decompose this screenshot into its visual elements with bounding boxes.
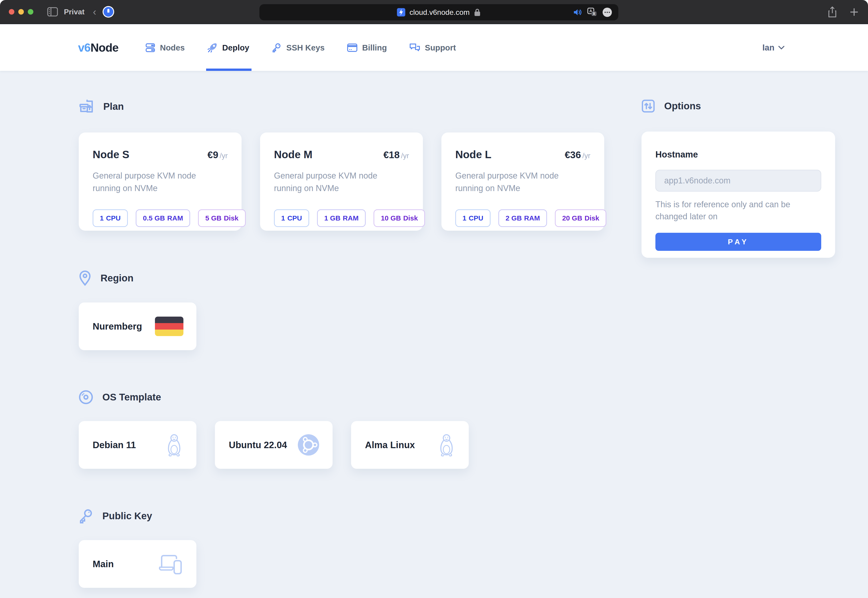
public-key-tiles: Main bbox=[79, 540, 604, 588]
chevron-down-icon bbox=[778, 46, 784, 50]
plan-price-group: €9/yr bbox=[208, 150, 228, 160]
ram-badge: 0.5 GBRAM bbox=[136, 209, 190, 227]
hostname-label: Hostname bbox=[655, 150, 821, 160]
spec-badges: 1CPU 1 GBRAM 10 GBDisk bbox=[274, 209, 409, 227]
servers-icon bbox=[145, 43, 155, 53]
plan-description: General purpose KVM node running on NVMe bbox=[93, 169, 222, 194]
close-window-button[interactable] bbox=[9, 9, 14, 15]
devices-icon bbox=[158, 552, 184, 576]
plan-section-header: Plan bbox=[79, 99, 604, 114]
sliders-icon bbox=[641, 99, 655, 113]
map-pin-icon bbox=[79, 271, 91, 286]
ubuntu-icon bbox=[297, 434, 320, 456]
traffic-lights bbox=[9, 9, 33, 15]
nav-label-billing: Billing bbox=[362, 43, 387, 52]
plan-period: /yr bbox=[583, 152, 590, 160]
key-section-icon bbox=[79, 508, 93, 523]
box-upload-icon bbox=[79, 99, 94, 114]
new-tab-icon[interactable] bbox=[850, 7, 859, 17]
os-tile-ubuntu[interactable]: Ubuntu 22.04 bbox=[215, 421, 333, 469]
os-tile-debian[interactable]: Debian 11 bbox=[79, 421, 196, 469]
tux-icon bbox=[165, 433, 184, 457]
public-key-section-title: Public Key bbox=[102, 510, 152, 522]
nav-item-support[interactable]: Support bbox=[409, 25, 456, 71]
translate-icon[interactable]: A 文 bbox=[587, 7, 597, 17]
media-controls-cluster: A 文 bbox=[573, 4, 613, 20]
plan-card-node-m[interactable]: Node M €18/yr General purpose KVM node r… bbox=[260, 133, 423, 231]
disk-badge: 5 GBDisk bbox=[198, 209, 245, 227]
cpu-badge: 1CPU bbox=[274, 209, 309, 227]
private-mode-label: Privat bbox=[64, 7, 85, 16]
public-key-section-header: Public Key bbox=[79, 508, 604, 523]
left-column: Plan Node S €9/yr General purpose KVM no… bbox=[79, 99, 604, 588]
rocket-icon bbox=[207, 42, 218, 53]
germany-flag-icon bbox=[155, 317, 184, 336]
region-tile-nuremberg[interactable]: Nuremberg bbox=[79, 302, 196, 350]
back-icon[interactable]: ‹ bbox=[93, 7, 96, 17]
url-text: cloud.v6node.com bbox=[409, 8, 470, 17]
plan-card-top: Node M €18/yr bbox=[274, 148, 409, 161]
audio-playing-icon[interactable] bbox=[573, 8, 582, 16]
chat-bubbles-icon bbox=[409, 43, 420, 53]
share-icon[interactable] bbox=[828, 6, 837, 18]
region-section-title: Region bbox=[100, 273, 133, 284]
ram-badge: 2 GBRAM bbox=[498, 209, 547, 227]
toolbar-right-group bbox=[828, 0, 859, 24]
more-icon[interactable] bbox=[602, 7, 613, 17]
onepassword-icon[interactable] bbox=[102, 6, 114, 18]
plan-name: Node L bbox=[455, 148, 492, 161]
plan-card-node-l[interactable]: Node L €36/yr General purpose KVM node r… bbox=[441, 133, 604, 231]
cpu-badge: 1CPU bbox=[455, 209, 490, 227]
disk-badge: 20 GBDisk bbox=[555, 209, 606, 227]
spec-badges: 1CPU 0.5 GBRAM 5 GBDisk bbox=[93, 209, 228, 227]
sidebar-icon[interactable] bbox=[47, 7, 58, 16]
svg-text:文: 文 bbox=[592, 12, 596, 15]
nav-item-ssh-keys[interactable]: SSH Keys bbox=[272, 25, 324, 71]
plan-price-group: €36/yr bbox=[565, 150, 590, 160]
plan-period: /yr bbox=[401, 152, 409, 160]
lock-icon bbox=[474, 8, 481, 16]
nav-label-ssh-keys: SSH Keys bbox=[286, 43, 324, 52]
deploy-page: Plan Node S €9/yr General purpose KVM no… bbox=[0, 71, 868, 598]
site-favicon bbox=[397, 8, 405, 16]
user-name: Ian bbox=[762, 43, 774, 52]
spec-badges: 1CPU 2 GBRAM 20 GBDisk bbox=[455, 209, 590, 227]
plan-name: Node S bbox=[93, 148, 129, 161]
plan-card-top: Node S €9/yr bbox=[93, 148, 228, 161]
public-key-tile-main[interactable]: Main bbox=[79, 540, 196, 588]
zoom-window-button[interactable] bbox=[28, 9, 33, 15]
app-navbar: v6Node Nodes Deploy bbox=[0, 25, 868, 71]
options-column: Options Hostname This is for reference o… bbox=[641, 99, 835, 258]
plan-period: /yr bbox=[220, 152, 228, 160]
key-icon bbox=[272, 43, 282, 53]
os-name: Alma Linux bbox=[365, 440, 415, 450]
plan-description: General purpose KVM node running on NVMe bbox=[274, 169, 404, 194]
pay-button[interactable]: PAY bbox=[655, 233, 821, 251]
os-tile-alma-linux[interactable]: Alma Linux bbox=[351, 421, 469, 469]
plan-cards: Node S €9/yr General purpose KVM node ru… bbox=[79, 133, 604, 231]
hostname-input[interactable] bbox=[655, 170, 821, 191]
browser-toolbar: Privat ‹ cloud.v6node.com bbox=[0, 0, 868, 24]
nav-item-billing[interactable]: Billing bbox=[347, 25, 387, 71]
os-name: Debian 11 bbox=[93, 440, 136, 450]
minimize-window-button[interactable] bbox=[18, 9, 24, 15]
browser-window: Privat ‹ cloud.v6node.com bbox=[0, 0, 868, 598]
os-template-tiles: Debian 11 Ubuntu 22.04 bbox=[79, 421, 604, 469]
os-template-section-title: OS Template bbox=[102, 392, 161, 403]
plan-section-title: Plan bbox=[103, 101, 124, 112]
plan-card-top: Node L €36/yr bbox=[455, 148, 590, 161]
region-tiles: Nuremberg bbox=[79, 302, 604, 350]
disk-badge: 10 GBDisk bbox=[373, 209, 425, 227]
nav-item-deploy[interactable]: Deploy bbox=[207, 25, 249, 71]
plan-card-node-s[interactable]: Node S €9/yr General purpose KVM node ru… bbox=[79, 133, 242, 231]
plan-price: €36 bbox=[565, 150, 581, 160]
app-logo[interactable]: v6Node bbox=[78, 41, 119, 54]
plan-price: €18 bbox=[383, 150, 399, 160]
os-name: Ubuntu 22.04 bbox=[229, 440, 287, 450]
user-menu[interactable]: Ian bbox=[762, 43, 784, 52]
plan-name: Node M bbox=[274, 148, 312, 161]
url-bar[interactable]: cloud.v6node.com A 文 bbox=[259, 4, 619, 20]
nav-item-nodes[interactable]: Nodes bbox=[145, 25, 185, 71]
public-key-name: Main bbox=[93, 559, 114, 569]
options-section-title: Options bbox=[664, 100, 701, 112]
